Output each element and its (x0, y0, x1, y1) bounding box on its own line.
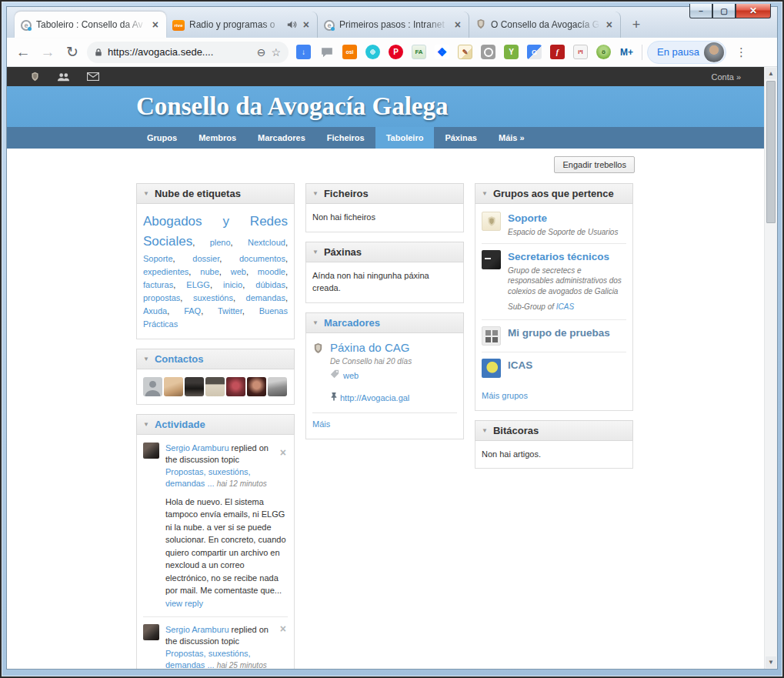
camera-extension-icon[interactable] (481, 45, 495, 59)
collapse-icon[interactable]: ▼ (482, 190, 488, 197)
bookmark-star-icon[interactable]: ☆ (271, 46, 281, 58)
fast-access-extension-icon[interactable]: FA (412, 45, 426, 59)
browser-menu-icon[interactable]: ⋮ (731, 45, 752, 59)
profile-avatar[interactable] (704, 42, 724, 62)
tag-link[interactable]: propostas (143, 293, 180, 302)
tag-link[interactable]: inicio (223, 280, 242, 289)
new-tab-button[interactable]: + (626, 15, 647, 35)
tag-link[interactable]: ELGG (186, 280, 210, 289)
tag-link[interactable]: suxestións (193, 293, 233, 302)
collapse-icon[interactable]: ▼ (312, 190, 319, 197)
tag-link[interactable]: expedientes (143, 267, 188, 276)
group-name-link[interactable]: Soporte (508, 212, 626, 225)
speech-bubble-extension-icon[interactable] (319, 45, 334, 59)
robot-extension-icon[interactable]: ö (596, 45, 611, 59)
bookmarks-more-link[interactable]: Máis (312, 419, 330, 429)
collapse-icon[interactable]: ▼ (143, 421, 149, 428)
collapse-icon[interactable]: ▼ (143, 190, 149, 197)
tab-close-icon[interactable]: × (605, 19, 614, 30)
notes-extension-icon[interactable]: ✎ (458, 45, 472, 59)
browser-tab[interactable]: O Consello da Avogacía G× (469, 12, 621, 38)
profile-chip[interactable]: En pausa (647, 41, 726, 64)
widget-title[interactable]: Actividade (155, 419, 205, 430)
address-bar[interactable]: https://avogacia.sede.... ⊖ ☆ (87, 42, 289, 63)
collapse-icon[interactable]: ▼ (143, 356, 149, 362)
yslow-extension-icon[interactable]: Y (504, 45, 519, 59)
friends-icon[interactable] (57, 72, 70, 82)
tag-link[interactable]: Nextcloud (248, 238, 285, 247)
tag-link[interactable]: demandas (246, 293, 285, 302)
account-menu[interactable]: Conta » (711, 72, 741, 82)
forward-button[interactable]: → (38, 42, 58, 62)
tag-link[interactable]: pleno (210, 238, 231, 247)
pinterest-extension-icon[interactable]: P (389, 45, 403, 59)
nav-item-pxinas[interactable]: Páxinas (434, 127, 488, 149)
tag-link[interactable]: web (231, 267, 246, 276)
reload-button[interactable]: ↻ (62, 42, 82, 62)
maximize-button[interactable]: ▢ (712, 4, 736, 18)
dismiss-icon[interactable]: × (280, 449, 286, 456)
tab-audio-icon[interactable] (287, 20, 297, 29)
zoom-icon[interactable]: ⊖ (257, 46, 266, 58)
browser-tab[interactable]: ePrimeiros pasos : Intranet× (318, 12, 469, 38)
bookmark-title[interactable]: Páxina do CAG (330, 341, 457, 355)
nav-item-marcadores[interactable]: Marcadores (247, 127, 316, 149)
browser-tab[interactable]: eTaboleiro : Consello da Av× (15, 12, 166, 38)
tag-link[interactable]: moodle (258, 267, 285, 276)
collapse-icon[interactable]: ▼ (482, 427, 488, 434)
close-button[interactable]: ✕ (736, 4, 771, 18)
activity-avatar[interactable] (143, 443, 159, 459)
contact-avatar[interactable] (164, 377, 183, 396)
flash-extension-icon[interactable]: f (550, 45, 565, 59)
translate-extension-icon[interactable]: G (527, 45, 542, 59)
site-title[interactable]: Consello da Avogacía Galega (136, 86, 635, 127)
group-name-link[interactable]: Secretarios técnicos (508, 250, 626, 264)
messages-icon[interactable] (87, 72, 99, 81)
widget-groups-header[interactable]: ▼ Grupos aos que pertence (475, 183, 633, 204)
view-reply-link[interactable]: view reply (165, 599, 203, 608)
bookmark-tag[interactable]: web (343, 370, 359, 382)
osi-extension-icon[interactable]: osi (342, 45, 357, 59)
collapse-icon[interactable]: ▼ (312, 249, 319, 256)
groups-more-link[interactable]: Máis grupos (482, 391, 528, 400)
tag-link[interactable]: Axuda (143, 306, 167, 316)
contact-avatar[interactable] (205, 377, 225, 396)
tab-close-icon[interactable]: × (453, 19, 462, 30)
nav-item-taboleiro[interactable]: Taboleiro (375, 127, 435, 149)
collapse-icon[interactable]: ▼ (312, 319, 319, 326)
group-avatar-icon[interactable] (482, 326, 501, 346)
media-keys-extension-icon[interactable]: i*l (573, 45, 588, 59)
subgroup-parent-link[interactable]: ICAS (556, 302, 574, 311)
widget-title[interactable]: Marcadores (324, 317, 380, 329)
tag-link[interactable]: dossier (192, 254, 219, 263)
widget-pages-header[interactable]: ▼ Páxinas (305, 242, 464, 262)
tag-link[interactable]: nube (200, 267, 219, 276)
widget-files-header[interactable]: ▼ Ficheiros (305, 183, 464, 204)
add-widgets-button[interactable]: Engadir trebellos (554, 156, 635, 173)
group-avatar-icon[interactable] (482, 359, 501, 378)
contact-avatar[interactable] (247, 377, 266, 396)
activity-user-link[interactable]: Sergio Aramburu (165, 443, 229, 453)
scroll-up-icon[interactable]: ▲ (766, 68, 776, 79)
tab-close-icon[interactable]: × (151, 19, 160, 30)
widget-bookmarks-header[interactable]: ▼ Marcadores (305, 312, 464, 333)
page-scrollbar[interactable]: ▲ ▼ (764, 67, 777, 669)
group-avatar-icon[interactable] (482, 250, 501, 269)
scroll-down-icon[interactable]: ▼ (766, 656, 776, 668)
contact-avatar[interactable] (226, 377, 245, 396)
widget-activity-header[interactable]: ▼ Actividade (136, 414, 295, 435)
widget-tagcloud-header[interactable]: ▼ Nube de etiquetas (136, 183, 295, 204)
tag-link[interactable]: documentos (239, 254, 285, 263)
widget-blogs-header[interactable]: ▼ Bitácoras (475, 420, 633, 441)
tag-link[interactable]: Soporte (143, 254, 173, 263)
scrollbar-thumb[interactable] (766, 81, 776, 223)
activity-avatar[interactable] (143, 624, 159, 640)
group-avatar-icon[interactable] (482, 212, 501, 231)
browser-tab[interactable]: rtveRadio y programas o× (166, 12, 318, 38)
site-crest-icon[interactable] (30, 72, 40, 82)
back-button[interactable]: ← (13, 42, 33, 62)
group-name-link[interactable]: ICAS (508, 359, 626, 372)
tag-link[interactable]: FAQ (184, 306, 201, 316)
nav-item-ficheiros[interactable]: Ficheiros (316, 127, 375, 149)
activity-user-link[interactable]: Sergio Aramburu (165, 625, 229, 634)
